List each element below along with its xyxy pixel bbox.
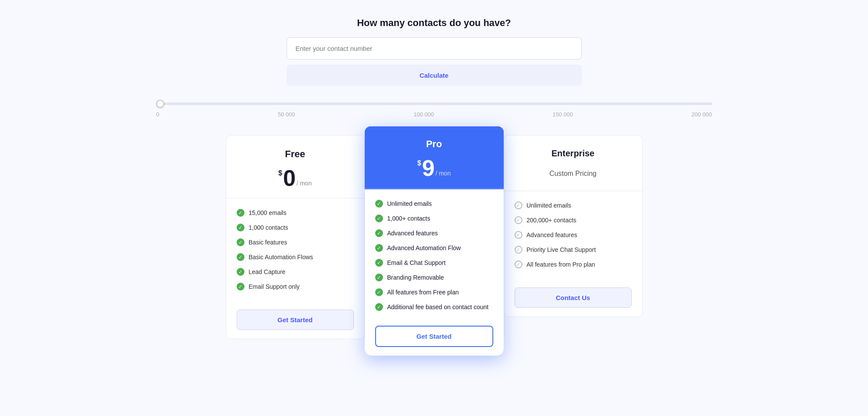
enterprise-plan-features: ✓ Unlimited emails ✓ 200,000+ contacts ✓… — [504, 191, 642, 279]
pro-plan-price: $ 9 / mon — [375, 157, 493, 179]
feature-label: 1,000+ contacts — [387, 215, 430, 222]
slider-label-50k: 50 000 — [278, 111, 295, 118]
contacts-slider-container: 0 50 000 100 000 150 000 200 000 — [148, 99, 721, 118]
feature-label: All features from Free plan — [387, 289, 459, 296]
feature-label: Basic features — [249, 239, 287, 246]
check-icon: ✓ — [375, 303, 383, 311]
feature-label: Advanced features — [387, 230, 438, 237]
feature-label: 200,000+ contacts — [527, 217, 577, 224]
list-item: ✓ Advanced Automation Flow — [375, 241, 493, 255]
feature-label: Unlimited emails — [387, 200, 432, 207]
check-icon: ✓ — [375, 229, 383, 237]
check-icon: ✓ — [237, 224, 244, 231]
check-icon: ✓ — [515, 231, 522, 239]
slider-labels: 0 50 000 100 000 150 000 200 000 — [156, 111, 712, 118]
calculate-button[interactable]: Calculate — [287, 65, 582, 86]
check-icon: ✓ — [515, 201, 522, 209]
check-icon: ✓ — [375, 274, 383, 281]
free-plan-features: ✓ 15,000 emails ✓ 1,000 contacts ✓ Basic… — [226, 198, 364, 301]
list-item: ✓ All features from Free plan — [375, 285, 493, 300]
pro-plan-card: Pro $ 9 / mon ✓ Unlimited emails ✓ 1,000… — [365, 126, 504, 356]
enterprise-plan-name: Enterprise — [515, 149, 632, 158]
check-icon: ✓ — [375, 244, 383, 252]
check-icon: ✓ — [237, 283, 244, 291]
feature-label: Email Support only — [249, 283, 300, 290]
feature-label: Additional fee based on contact count — [387, 304, 489, 310]
list-item: ✓ Basic features — [237, 235, 354, 250]
list-item: ✓ 1,000 contacts — [237, 220, 354, 235]
feature-label: Unlimited emails — [527, 202, 571, 209]
check-icon: ✓ — [515, 216, 522, 224]
check-icon: ✓ — [237, 238, 244, 246]
list-item: ✓ 15,000 emails — [237, 205, 354, 220]
check-icon: ✓ — [375, 259, 383, 267]
list-item: ✓ Email Support only — [237, 279, 354, 294]
slider-label-100k: 100 000 — [414, 111, 434, 118]
check-icon: ✓ — [375, 215, 383, 222]
enterprise-plan-btn-area: Contact Us — [504, 279, 642, 317]
enterprise-contact-us-button[interactable]: Contact Us — [515, 287, 632, 308]
list-item: ✓ Lead Capture — [237, 264, 354, 279]
feature-label: Basic Automation Flows — [249, 254, 314, 261]
pro-plan-header: Pro $ 9 / mon — [365, 126, 504, 188]
pro-price-amount: 9 — [422, 157, 435, 179]
pro-plan-features: ✓ Unlimited emails ✓ 1,000+ contacts ✓ A… — [365, 188, 504, 321]
contact-input[interactable] — [287, 37, 582, 59]
free-price-dollar: $ — [278, 169, 282, 177]
feature-label: Email & Chat Support — [387, 259, 446, 266]
list-item: ✓ Basic Automation Flows — [237, 250, 354, 264]
feature-label: Priority Live Chat Support — [527, 246, 596, 253]
pro-price-dollar: $ — [417, 159, 421, 167]
free-plan-btn-area: Get Started — [226, 301, 364, 339]
enterprise-plan-header: Enterprise Custom Pricing — [504, 135, 642, 191]
list-item: ✓ Email & Chat Support — [375, 255, 493, 270]
enterprise-plan-card: Enterprise Custom Pricing ✓ Unlimited em… — [504, 135, 643, 317]
free-price-period: / mon — [297, 180, 312, 187]
list-item: ✓ Advanced features — [375, 226, 493, 241]
check-icon: ✓ — [237, 268, 244, 276]
feature-label: Advanced Automation Flow — [387, 244, 461, 251]
check-icon: ✓ — [375, 288, 383, 296]
pro-get-started-button[interactable]: Get Started — [375, 326, 493, 347]
check-icon: ✓ — [515, 261, 522, 268]
feature-label: Branding Removable — [387, 274, 444, 281]
list-item: ✓ All features from Pro plan — [515, 257, 632, 272]
free-plan-name: Free — [237, 149, 354, 160]
slider-label-0: 0 — [156, 111, 159, 118]
list-item: ✓ Additional fee based on contact count — [375, 300, 493, 314]
feature-label: 15,000 emails — [249, 209, 287, 216]
feature-label: 1,000 contacts — [249, 224, 288, 231]
plans-container: Free $ 0 / mon ✓ 15,000 emails ✓ 1,000 c… — [195, 135, 673, 364]
list-item: ✓ Unlimited emails — [515, 198, 632, 213]
check-icon: ✓ — [375, 200, 383, 208]
check-icon: ✓ — [237, 253, 244, 261]
list-item: ✓ Branding Removable — [375, 270, 493, 285]
pro-plan-btn-area: Get Started — [365, 321, 504, 356]
free-plan-card: Free $ 0 / mon ✓ 15,000 emails ✓ 1,000 c… — [226, 135, 365, 339]
free-get-started-button[interactable]: Get Started — [237, 310, 354, 330]
page-title: How many contacts do you have? — [357, 17, 511, 29]
pro-plan-name: Pro — [375, 139, 493, 150]
enterprise-pricing-label: Custom Pricing — [515, 165, 632, 182]
list-item: ✓ Unlimited emails — [375, 196, 493, 211]
list-item: ✓ Priority Live Chat Support — [515, 242, 632, 257]
list-item: ✓ 200,000+ contacts — [515, 213, 632, 228]
pro-price-period: / mon — [436, 170, 451, 177]
feature-label: Lead Capture — [249, 268, 286, 275]
feature-label: Advanced features — [527, 231, 578, 238]
free-price-amount: 0 — [283, 167, 296, 189]
contacts-slider[interactable] — [156, 102, 712, 105]
feature-label: All features from Pro plan — [527, 261, 595, 268]
list-item: ✓ 1,000+ contacts — [375, 211, 493, 226]
check-icon: ✓ — [237, 209, 244, 217]
free-plan-header: Free $ 0 / mon — [226, 135, 364, 198]
free-plan-price: $ 0 / mon — [237, 167, 354, 189]
list-item: ✓ Advanced features — [515, 228, 632, 242]
slider-label-150k: 150 000 — [553, 111, 573, 118]
slider-label-200k: 200 000 — [692, 111, 712, 118]
check-icon: ✓ — [515, 246, 522, 254]
